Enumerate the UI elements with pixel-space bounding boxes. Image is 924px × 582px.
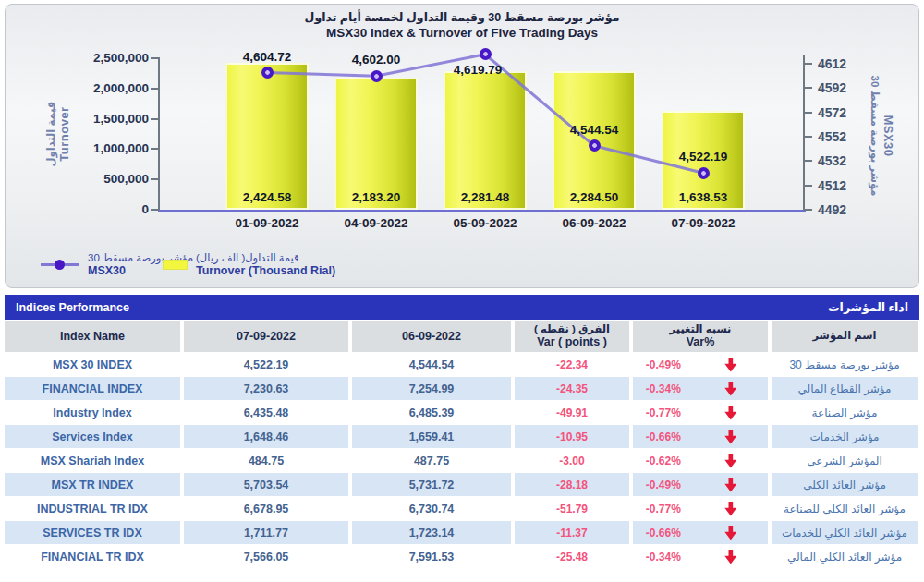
right-tick-label: 4532 [818,153,873,168]
bar-value-label: 2,424.58 [216,190,318,204]
var-percent-value: -0.77% [633,503,694,515]
right-tick-mark [804,209,812,211]
down-arrow-icon [724,454,736,468]
cell-var-percent: -0.62% [633,449,768,472]
change-direction [694,382,768,396]
cell-var-points: -3.00 [515,449,629,472]
cell-index-name-arabic: مؤشر العائد الكلي للصناعة [772,497,918,520]
table-row: MSX 30 INDEX4,522.194,544.54-22.34-0.49%… [5,353,919,376]
msx30-marker [261,67,274,79]
cell-index-name-arabic: مؤشر العائد الكلي المالي [772,545,918,568]
header-index-name: Index Name [5,321,180,352]
down-arrow-icon [724,502,736,516]
chart-legend: مؤشر بورصة مسقط 30 MSX30 قيمة التداول( ا… [6,246,918,285]
cell-index-name-arabic: مؤشر القطاع المالي [772,377,918,400]
cell-index-name-arabic: مؤشر الخدمات [772,425,918,448]
x-axis-label: 01-09-2022 [216,216,318,230]
left-tick-mark [151,148,159,150]
table-title-english: Indices Performance [16,301,129,314]
var-percent-value: -0.34% [633,551,694,564]
legend-item-turnover: قيمة التداول( الف ريال) Turnover (Thousa… [163,251,335,277]
down-arrow-icon [724,526,736,540]
cell-index-name-arabic: مؤشر العائد الكلي للخدمات [772,521,918,544]
cell-index-name-arabic: مؤشر الصناعة [772,401,918,424]
cell-index-name: Services Index [5,425,180,448]
change-direction [694,430,768,444]
down-arrow-icon [724,406,736,420]
indices-table-body: MSX 30 INDEX4,522.194,544.54-22.34-0.49%… [0,353,924,568]
var-percent-value: -0.49% [633,358,694,371]
cell-index-name: MSX 30 INDEX [5,353,180,376]
down-arrow-icon [724,382,736,396]
change-direction [694,358,768,372]
cell-index-name-arabic: مؤشر بورصة مسقط 30 [772,353,918,376]
var-percent-value: -0.62% [633,455,694,467]
cell-value-date1: 484.75 [184,449,348,472]
table-row: Industry Index6,435.486,485.39-49.91-0.7… [5,401,919,424]
cell-var-percent: -0.49% [633,473,768,496]
bar-value-label: 2,281.48 [434,190,536,204]
msx30-marker [698,167,710,179]
cell-value-date2: 7,254.99 [352,377,511,400]
turnover-bar [225,63,309,210]
cell-value-date1: 6,435.48 [184,401,348,424]
y-axis-right-line [803,55,805,212]
right-tick-label: 4512 [818,178,873,193]
indices-performance-titlebar: Indices Performance اداء المؤشرات [5,295,919,320]
table-row: INDUSTRIAL TR IDX6,678.956,730.74-51.79-… [5,497,919,520]
down-arrow-icon [724,430,736,444]
cell-var-percent: -0.77% [633,401,768,424]
change-direction [694,406,768,420]
right-tick-label: 4592 [818,80,873,95]
header-date-2: 06-09-2022 [352,321,511,352]
cell-index-name: MSX Shariah Index [5,449,180,472]
index-value-label: 4,619.79 [427,63,529,77]
cell-var-percent: -0.66% [633,425,768,448]
cell-var-points: -10.95 [515,425,629,448]
msx30-marker [371,70,383,82]
msx30-chart-panel: مؤشر بورصة مسقط 30 وقيمة التداول لخمسة أ… [5,4,919,288]
right-tick-mark [804,63,812,65]
table-title-arabic: اداء المؤشرات [828,300,908,314]
right-tick-mark [804,136,812,138]
right-tick-mark [804,160,812,162]
down-arrow-icon [724,550,736,564]
cell-value-date1: 1,711.77 [184,521,348,544]
cell-var-points: -49.91 [515,401,629,424]
change-direction [694,502,768,516]
index-value-label: 4,522.19 [652,150,754,164]
down-arrow-icon [724,478,736,492]
table-header-row: Index Name 07-09-2022 06-09-2022 الفرق (… [5,321,919,352]
chart-title-english: MSX30 Index & Turnover of Five Trading D… [6,26,918,40]
cell-index-name-arabic: مؤشر العائد الكلي [772,473,918,496]
cell-var-points: -51.79 [515,497,629,520]
cell-value-date2: 1,659.41 [352,425,511,448]
var-percent-value: -0.49% [633,479,694,491]
cell-value-date2: 1,723.14 [352,521,511,544]
header-var-points: الفرق ( نقطه ) Var ( points ) [515,321,629,352]
cell-index-name: FINANCIAL TR IDX [5,545,180,568]
index-value-label: 4,602.00 [325,53,427,67]
x-axis-label: 07-09-2022 [652,216,754,230]
bar-value-label: 2,284.50 [543,190,645,204]
msx30-marker [480,48,492,60]
cell-index-name: FINANCIAL INDEX [5,377,180,400]
left-tick-mark [151,209,159,211]
cell-var-percent: -0.34% [633,545,768,568]
cell-index-name: Industry Index [5,401,180,424]
cell-value-date1: 4,522.19 [184,353,348,376]
cell-value-date2: 487.75 [352,449,511,472]
var-percent-value: -0.66% [633,430,694,443]
line-marker-icon [41,259,79,271]
cell-var-points: -25.48 [515,545,629,568]
right-tick-label: 4572 [818,105,873,120]
change-direction [694,454,768,468]
right-tick-mark [804,112,812,114]
left-tick-mark [151,88,159,90]
bar-value-label: 1,638.53 [652,190,754,204]
cell-value-date1: 7,566.05 [184,545,348,568]
change-direction [694,550,768,564]
cell-index-name: MSX TR INDEX [5,473,180,496]
down-arrow-icon [724,358,736,372]
x-axis-label: 06-09-2022 [543,216,645,230]
